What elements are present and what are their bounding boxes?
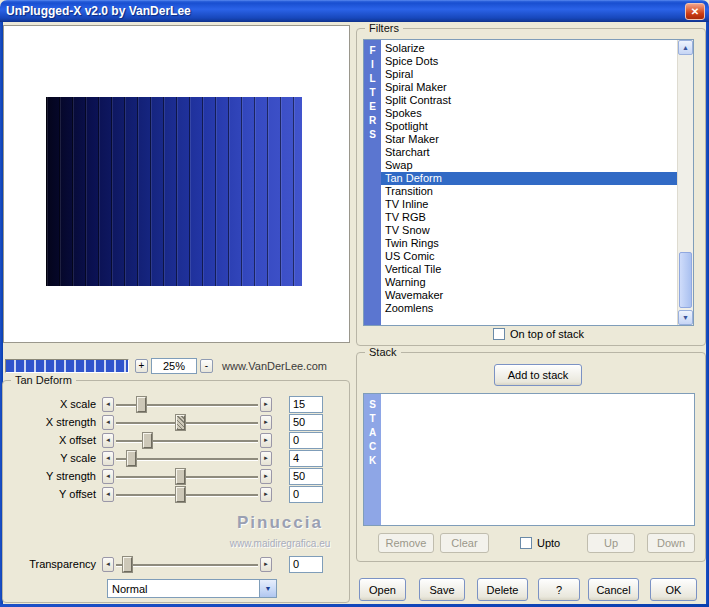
slider-arrow-right-icon[interactable]: ► <box>260 433 272 448</box>
slider-thumb[interactable] <box>143 433 152 448</box>
slider-label: X scale <box>2 398 101 410</box>
slider-arrow-right-icon[interactable]: ► <box>260 451 272 466</box>
on-top-of-stack-label: On top of stack <box>510 328 584 340</box>
filters-scrollbar[interactable]: ▲ ▼ <box>677 40 693 325</box>
cancel-button[interactable]: Cancel <box>588 578 639 601</box>
upto-row: Upto <box>520 537 560 549</box>
zoom-level-field[interactable]: 25% <box>151 358 197 374</box>
slider-rows: X scale◄►15X strength◄►50X offset◄►0Y sc… <box>2 395 334 503</box>
list-item[interactable]: Warning <box>381 276 677 289</box>
slider-label: Y strength <box>2 470 101 482</box>
slider-value-field[interactable]: 0 <box>289 486 323 503</box>
list-item[interactable]: Transition <box>381 185 677 198</box>
list-item[interactable]: Spotlight <box>381 120 677 133</box>
upto-label: Upto <box>537 537 560 549</box>
scroll-up-icon[interactable]: ▲ <box>678 40 693 55</box>
slider-arrow-right-icon[interactable]: ► <box>260 397 272 412</box>
list-item[interactable]: US Comic <box>381 250 677 263</box>
slider-arrow-left-icon[interactable]: ◄ <box>102 415 114 430</box>
watermark-name: Pinuccia <box>180 513 380 533</box>
delete-button[interactable]: Delete <box>477 578 528 601</box>
slider-value-field[interactable]: 4 <box>289 450 323 467</box>
list-item[interactable]: Vertical Tile <box>381 263 677 276</box>
titlebar[interactable]: UnPlugged-X v2.0 by VanDerLee <box>0 0 709 22</box>
list-item[interactable]: Zoomlens <box>381 302 677 315</box>
on-top-of-stack-row: On top of stack <box>493 328 584 340</box>
close-button[interactable]: ✕ <box>685 3 705 20</box>
slider-label: Transparency <box>2 558 101 570</box>
slider-arrow-left-icon[interactable]: ◄ <box>102 397 114 412</box>
open-button[interactable]: Open <box>359 578 406 601</box>
slider-thumb[interactable] <box>176 469 185 484</box>
scrollbar-thumb[interactable] <box>679 252 692 308</box>
slider-arrow-left-icon[interactable]: ◄ <box>102 451 114 466</box>
slider-value-field[interactable]: 15 <box>289 396 323 413</box>
slider-thumb[interactable] <box>137 397 146 412</box>
slider-track[interactable] <box>116 556 258 573</box>
list-item[interactable]: Wavemaker <box>381 289 677 302</box>
remove-button: Remove <box>378 533 434 553</box>
slider-arrow-left-icon[interactable]: ◄ <box>102 487 114 502</box>
list-item[interactable]: Split Contrast <box>381 94 677 107</box>
list-item[interactable]: Solarize <box>381 42 677 55</box>
list-item[interactable]: Tan Deform <box>381 172 677 185</box>
upto-checkbox[interactable] <box>520 537 532 549</box>
slider-thumb[interactable] <box>123 557 132 572</box>
list-item[interactable]: Starchart <box>381 146 677 159</box>
slider-label: Y offset <box>2 488 101 500</box>
list-item[interactable]: Spice Dots <box>381 55 677 68</box>
list-item[interactable]: TV Inline <box>381 198 677 211</box>
stack-list-area[interactable] <box>381 394 694 525</box>
slider-value-field[interactable]: 0 <box>289 432 323 449</box>
list-item[interactable]: Twin Rings <box>381 237 677 250</box>
slider-arrow-left-icon[interactable]: ◄ <box>102 433 114 448</box>
add-to-stack-button[interactable]: Add to stack <box>494 364 582 386</box>
slider-arrow-right-icon[interactable]: ► <box>260 487 272 502</box>
slider-thumb[interactable] <box>127 451 136 466</box>
clear-button: Clear <box>440 533 489 553</box>
slider-track[interactable] <box>116 396 258 413</box>
filters-vertical-banner: FILTERS <box>364 40 381 325</box>
tan-deform-group-label: Tan Deform <box>11 374 76 386</box>
scroll-down-icon[interactable]: ▼ <box>678 310 693 325</box>
slider-thumb[interactable] <box>176 487 185 502</box>
slider-arrow-right-icon[interactable]: ► <box>260 557 272 572</box>
preview-image[interactable] <box>46 97 302 286</box>
slider-track[interactable] <box>116 414 258 431</box>
on-top-of-stack-checkbox[interactable] <box>493 328 505 340</box>
list-item[interactable]: Spokes <box>381 107 677 120</box>
slider-track[interactable] <box>116 468 258 485</box>
slider-value-field[interactable]: 0 <box>289 556 323 573</box>
slider-arrow-left-icon[interactable]: ◄ <box>102 557 114 572</box>
slider-arrow-right-icon[interactable]: ► <box>260 415 272 430</box>
slider-thumb[interactable] <box>176 415 185 430</box>
close-icon: ✕ <box>691 6 699 17</box>
slider-track[interactable] <box>116 432 258 449</box>
list-item[interactable]: Star Maker <box>381 133 677 146</box>
ok-button[interactable]: OK <box>650 578 697 601</box>
list-item[interactable]: Spiral <box>381 68 677 81</box>
slider-arrow-right-icon[interactable]: ► <box>260 469 272 484</box>
slider-value-field[interactable]: 50 <box>289 468 323 485</box>
list-item[interactable]: TV RGB <box>381 211 677 224</box>
zoom-in-button[interactable]: + <box>135 359 148 373</box>
blend-mode-value: Normal <box>108 583 259 595</box>
help-button[interactable]: ? <box>538 578 580 601</box>
stack-group-label: Stack <box>365 346 401 358</box>
save-button[interactable]: Save <box>419 578 465 601</box>
slider-track[interactable] <box>116 486 258 503</box>
list-item[interactable]: Swap <box>381 159 677 172</box>
stack-listbox: STACK <box>363 393 695 526</box>
slider-value-field[interactable]: 50 <box>289 414 323 431</box>
chevron-down-icon[interactable]: ▼ <box>259 580 276 597</box>
list-item[interactable]: Spiral Maker <box>381 81 677 94</box>
slider-track[interactable] <box>116 450 258 467</box>
filters-group-label: Filters <box>365 22 403 34</box>
filter-list: SolarizeSpice DotsSpiralSpiral MakerSpli… <box>381 40 677 325</box>
slider-arrow-left-icon[interactable]: ◄ <box>102 469 114 484</box>
list-item[interactable]: TV Snow <box>381 224 677 237</box>
blend-mode-dropdown[interactable]: Normal ▼ <box>107 579 277 598</box>
slider-label: Y scale <box>2 452 101 464</box>
vanderlee-website-text: www.VanDerLee.com <box>222 360 327 372</box>
zoom-out-button[interactable]: - <box>200 359 213 373</box>
